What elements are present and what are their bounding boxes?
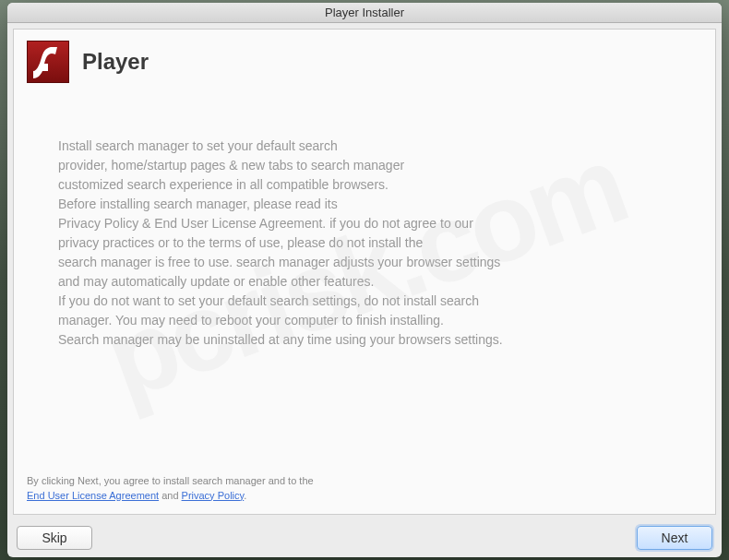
body-line: search manager is free to use. search ma… <box>58 253 671 272</box>
body-line: Search manager may be uninstalled at any… <box>58 330 671 350</box>
footer-text: By clicking Next, you agree to install s… <box>27 474 702 503</box>
footer-suffix: . <box>244 490 246 501</box>
body-line: If you do not want to set your default s… <box>58 292 671 311</box>
privacy-policy-link[interactable]: Privacy Policy <box>182 490 245 501</box>
body-line: Install search manager to set your defau… <box>58 137 671 156</box>
window-title: Player Installer <box>325 6 404 19</box>
flash-player-icon <box>27 41 69 83</box>
body-line: Before installing search manager, please… <box>58 195 671 214</box>
body-line: Privacy Policy & End User License Agreem… <box>58 214 671 233</box>
footer: By clicking Next, you agree to install s… <box>14 465 715 514</box>
next-button[interactable]: Next <box>637 526 712 550</box>
content-area: pcrisk.com Player Install search manager… <box>13 29 716 515</box>
body-line: manager. You may need to reboot your com… <box>58 311 671 330</box>
footer-and: and <box>159 490 181 501</box>
body-line: customized search experience in all comp… <box>58 175 671 195</box>
body-text: Install search manager to set your defau… <box>14 90 715 465</box>
installer-window: Player Installer pcrisk.com Player Insta… <box>7 3 722 557</box>
app-title: Player <box>82 49 149 75</box>
body-line: and may automatically update or enable o… <box>58 272 671 292</box>
window-titlebar: Player Installer <box>7 3 722 23</box>
eula-link[interactable]: End User License Agreement <box>27 490 159 501</box>
skip-button[interactable]: Skip <box>17 526 92 550</box>
body-line: provider, home/startup pages & new tabs … <box>58 156 671 175</box>
button-row: Skip Next <box>7 520 722 557</box>
footer-prefix: By clicking Next, you agree to install s… <box>27 475 314 486</box>
body-line: privacy practices or to the terms of use… <box>58 233 671 253</box>
header: Player <box>14 30 715 90</box>
